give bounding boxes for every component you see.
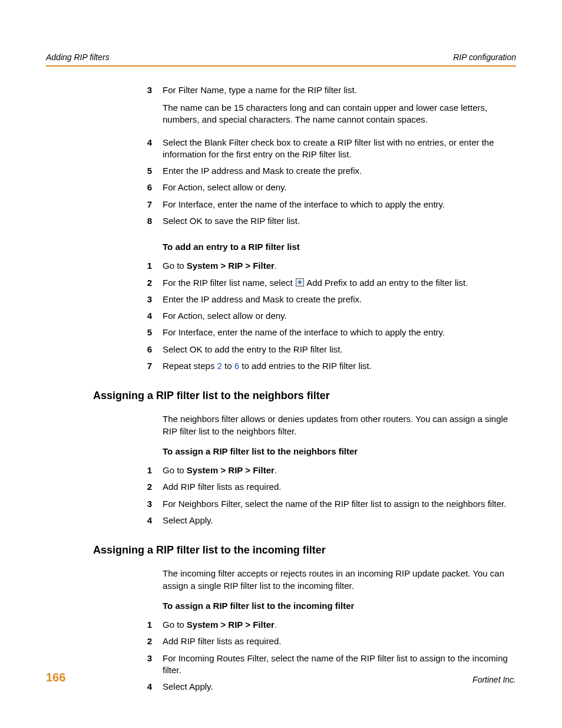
step-num: 5 <box>140 327 163 338</box>
pre: Go to <box>163 620 187 630</box>
step-7: 7 For Interface, enter the name of the i… <box>140 199 516 210</box>
header-right: RIP configuration <box>453 52 516 63</box>
step-text: For Interface, enter the name of the int… <box>163 327 516 338</box>
link-step-6[interactable]: 6 <box>234 361 239 371</box>
step-num: 3 <box>140 653 163 664</box>
step-num: 2 <box>140 277 163 289</box>
s2-step-4: 4 For Action, select allow or deny. <box>140 310 516 322</box>
heading-neighbors-filter: Assigning a RIP filter list to the neigh… <box>93 388 516 403</box>
heading-incoming-filter: Assigning a RIP filter list to the incom… <box>93 543 516 557</box>
step-num: 7 <box>140 199 163 210</box>
link-step-2[interactable]: 2 <box>217 361 222 371</box>
post: . <box>275 465 277 475</box>
s3-step-1: 1 Go to System > RIP > Filter. <box>140 465 516 476</box>
header-rule <box>46 65 516 67</box>
step-text: For Filter Name, type a name for the RIP… <box>163 84 516 132</box>
subheading-neighbors: To assign a RIP filter list to the neigh… <box>163 446 516 457</box>
pre: For the RIP filter list name, select <box>163 278 295 288</box>
page-number: 166 <box>46 670 65 686</box>
step-3: 3 For Filter Name, type a name for the R… <box>140 84 516 132</box>
post: . <box>275 261 277 271</box>
step-num: 4 <box>140 310 163 322</box>
s3-step-2: 2 Add RIP filter lists as required. <box>140 481 516 493</box>
step-num: 7 <box>140 360 163 372</box>
header-row: Adding RIP filters RIP configuration <box>46 52 516 65</box>
step-num: 3 <box>140 84 163 96</box>
step-text: Go to System > RIP > Filter. <box>163 619 516 631</box>
step-4: 4 Select the Blank Filter check box to c… <box>140 137 516 161</box>
step-num: 3 <box>140 294 163 305</box>
step-text: Select Apply. <box>163 515 516 526</box>
step-num: 2 <box>140 635 163 647</box>
subheading-incoming: To assign a RIP filter list to the incom… <box>163 600 516 612</box>
step-text: Select the Blank Filter check box to cre… <box>163 137 516 161</box>
step-text: For Neighbors Filter, select the name of… <box>163 498 516 510</box>
step-num: 8 <box>140 215 163 227</box>
step-num: 1 <box>140 260 163 272</box>
step-text: Go to System > RIP > Filter. <box>163 260 516 272</box>
mid: to <box>222 361 234 371</box>
s3-step-4: 4 Select Apply. <box>140 515 516 526</box>
footer: 166 Fortinet Inc. <box>46 670 516 686</box>
step-num: 5 <box>140 165 163 177</box>
subheading-add-entry: To add an entry to a RIP filter list <box>163 241 516 253</box>
step-text: Repeat steps 2 to 6 to add entries to th… <box>163 360 516 372</box>
s3-step-3: 3 For Neighbors Filter, select the name … <box>140 498 516 510</box>
s2-step-7: 7 Repeat steps 2 to 6 to add entries to … <box>140 360 516 372</box>
s2-step-5: 5 For Interface, enter the name of the i… <box>140 327 516 338</box>
step-text: Enter the IP address and Mask to create … <box>163 165 516 177</box>
pre: Go to <box>163 261 187 271</box>
step-text: Go to System > RIP > Filter. <box>163 465 516 476</box>
intro-incoming: The incoming filter accepts or rejects r… <box>163 568 516 592</box>
post: . <box>275 620 277 630</box>
step-5: 5 Enter the IP address and Mask to creat… <box>140 165 516 177</box>
s2-step-2: 2 For the RIP filter list name, select A… <box>140 277 516 289</box>
step-num: 4 <box>140 515 163 526</box>
step-num: 1 <box>140 465 163 476</box>
add-prefix-icon <box>296 278 304 286</box>
bold-path: System > RIP > Filter <box>187 465 275 475</box>
step-text: Enter the IP address and Mask to create … <box>163 294 516 305</box>
s2-step-1: 1 Go to System > RIP > Filter. <box>140 260 516 272</box>
step-text: For Action, select allow or deny. <box>163 182 516 193</box>
step-num: 3 <box>140 498 163 510</box>
post: Add Prefix to add an entry to the filter… <box>305 278 468 288</box>
header-left: Adding RIP filters <box>46 52 110 63</box>
content: 3 For Filter Name, type a name for the R… <box>140 84 516 693</box>
step-text: Add RIP filter lists as required. <box>163 635 516 647</box>
step-num: 6 <box>140 344 163 355</box>
page: Adding RIP filters RIP configuration 3 F… <box>0 0 562 728</box>
intro-neighbors: The neighbors filter allows or denies up… <box>163 413 516 437</box>
s4-step-2: 2 Add RIP filter lists as required. <box>140 635 516 647</box>
footer-company: Fortinet Inc. <box>472 674 516 686</box>
s4-step-1: 1 Go to System > RIP > Filter. <box>140 619 516 631</box>
step-num: 2 <box>140 481 163 493</box>
step-text: Add RIP filter lists as required. <box>163 481 516 493</box>
post: to add entries to the RIP filter list. <box>239 361 372 371</box>
step-text: Select OK to save the RIP filter list. <box>163 215 516 227</box>
step-num: 6 <box>140 182 163 193</box>
step-num: 4 <box>140 137 163 149</box>
step-text: For the RIP filter list name, select Add… <box>163 277 516 289</box>
pre: Repeat steps <box>163 361 217 371</box>
pre: Go to <box>163 465 187 475</box>
step-text: For Interface, enter the name of the int… <box>163 199 516 210</box>
s2-step-3: 3 Enter the IP address and Mask to creat… <box>140 294 516 305</box>
step-6: 6 For Action, select allow or deny. <box>140 182 516 193</box>
step-text: For Action, select allow or deny. <box>163 310 516 322</box>
step-8: 8 Select OK to save the RIP filter list. <box>140 215 516 227</box>
bold-path: System > RIP > Filter <box>187 620 275 630</box>
sub-para: The name can be 15 characters long and c… <box>163 102 516 126</box>
bold-path: System > RIP > Filter <box>187 261 275 271</box>
step-num: 1 <box>140 619 163 631</box>
s2-step-6: 6 Select OK to add the entry to the RIP … <box>140 344 516 355</box>
step-text: Select OK to add the entry to the RIP fi… <box>163 344 516 355</box>
text: For Filter Name, type a name for the RIP… <box>163 85 357 95</box>
